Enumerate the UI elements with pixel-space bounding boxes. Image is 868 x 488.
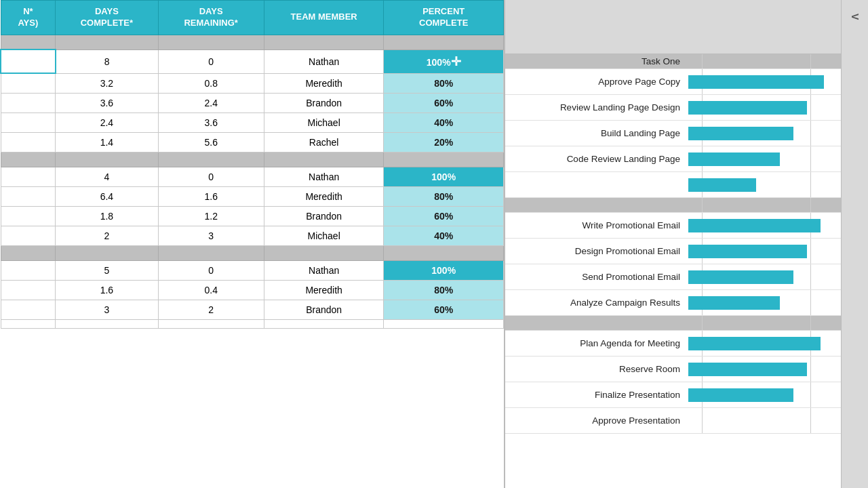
gantt-task-label: Build Landing Page [505,128,688,138]
days-remaining-cell: 0.8 [158,73,264,93]
table-row: 32Brandon60% [1,300,504,319]
gantt-row: Design Promotional Email [505,239,868,264]
group-header-cell [1,245,56,260]
percent-cell: 100%✛ [384,49,504,73]
gantt-group-header-row [505,198,868,213]
group-header-cell [384,152,504,167]
percent-cell: 100% [384,260,504,280]
days-complete-cell: 4 [56,167,158,186]
days-complete-cell: 2.4 [56,113,158,132]
gantt-task-label: Plan Agenda for Meeting [505,338,688,348]
header-days-remaining: DAYSREMAINING* [158,1,264,35]
team-member-cell: Brandon [264,300,384,319]
days-remaining-cell: 1.2 [158,206,264,226]
gantt-task-label: Write Promotional Email [505,220,688,230]
gantt-row: Send Promotional Email [505,264,868,290]
gantt-row: Analyze Campaign Results [505,290,868,316]
header-days-complete: DAYSCOMPLETE* [56,1,158,35]
days-complete-cell: 1.4 [56,132,158,152]
gantt-bar [688,245,807,258]
duration-cell [1,319,56,328]
table-row: 23Michael40% [1,226,504,245]
gantt-divider-line [810,382,811,407]
gantt-bar [688,337,821,350]
days-remaining-cell [158,319,264,328]
team-member-cell: Nathan [264,167,384,186]
gantt-bar [688,363,807,376]
team-member-cell: Michael [264,113,384,132]
group-header-cell [1,152,56,167]
gantt-bar [688,127,793,140]
days-complete-cell: 3.6 [56,93,158,113]
gantt-divider-line [702,408,703,433]
days-remaining-cell: 0 [158,167,264,186]
gantt-divider-line [702,54,703,68]
gantt-header [505,0,868,54]
team-member-cell: Nathan [264,49,384,73]
left-panel: N*AYS) DAYSCOMPLETE* DAYSREMAINING* TEAM… [0,0,505,488]
gantt-divider-line [702,198,703,212]
days-remaining-cell: 0 [158,260,264,280]
days-remaining-cell: 2 [158,300,264,319]
spreadsheet-container: N*AYS) DAYSCOMPLETE* DAYSREMAINING* TEAM… [0,0,868,488]
gantt-bar [688,219,821,232]
table-row: 3.62.4Brandon60% [1,93,504,113]
team-member-cell: Brandon [264,206,384,226]
group-header-cell [158,152,264,167]
gantt-divider-line [810,121,811,146]
header-duration: N*AYS) [1,1,56,35]
percent-cell: 80% [384,186,504,206]
gantt-divider-line [810,54,811,68]
duration-cell [1,260,56,280]
duration-cell [1,300,56,319]
table-row: 50Nathan100% [1,260,504,280]
gantt-divider-line [810,95,811,120]
group-header-cell [56,245,158,260]
cursor-crosshair-icon: ✛ [451,55,461,68]
group-header-cell [264,245,384,260]
gantt-task-label: Finalize Presentation [505,390,688,400]
gantt-row: Reserve Room [505,357,868,382]
gantt-bar [688,101,807,115]
table-row: 3.20.8Meredith80% [1,73,504,93]
gantt-task-label: Code Review Landing Page [505,154,688,164]
gantt-divider-line [810,290,811,315]
table-row: 1.60.4Meredith80% [1,280,504,300]
days-remaining-cell: 0 [158,49,264,73]
gantt-row: Approve Presentation [505,408,868,434]
gantt-row [505,172,868,198]
duration-cell [1,73,56,93]
gantt-task-label: Review Landing Page Design [505,102,688,113]
gantt-task-label: Approve Presentation [505,415,688,426]
gantt-body: Task OneApprove Page CopyReview Landing … [505,54,868,434]
gantt-task-label: Analyze Campaign Results [505,298,688,308]
days-complete-cell [56,319,158,328]
percent-cell [384,319,504,328]
days-remaining-cell: 2.4 [158,93,264,113]
days-complete-cell: 8 [56,49,158,73]
gantt-bar [688,270,793,284]
team-member-cell: Rachel [264,132,384,152]
gantt-divider-line [810,408,811,433]
days-complete-cell: 1.6 [56,280,158,300]
team-member-cell: Brandon [264,93,384,113]
table-row: 2.43.6Michael40% [1,113,504,132]
group-header-cell [158,35,264,49]
gantt-row: Build Landing Page [505,121,868,146]
group-header-cell [56,152,158,167]
group-header-row [1,152,504,167]
days-remaining-cell: 1.6 [158,186,264,206]
percent-cell: 60% [384,300,504,319]
gantt-row: Approve Page Copy [505,69,868,95]
group-header-row [1,35,504,49]
team-member-cell: Meredith [264,73,384,93]
duration-cell [1,132,56,152]
team-member-cell: Meredith [264,186,384,206]
gantt-group-label: Task One [505,56,688,66]
percent-cell: 60% [384,93,504,113]
table-row: 1.45.6Rachel20% [1,132,504,152]
days-complete-cell: 3.2 [56,73,158,93]
group-header-row [1,245,504,260]
percent-cell: 40% [384,113,504,132]
days-remaining-cell: 5.6 [158,132,264,152]
